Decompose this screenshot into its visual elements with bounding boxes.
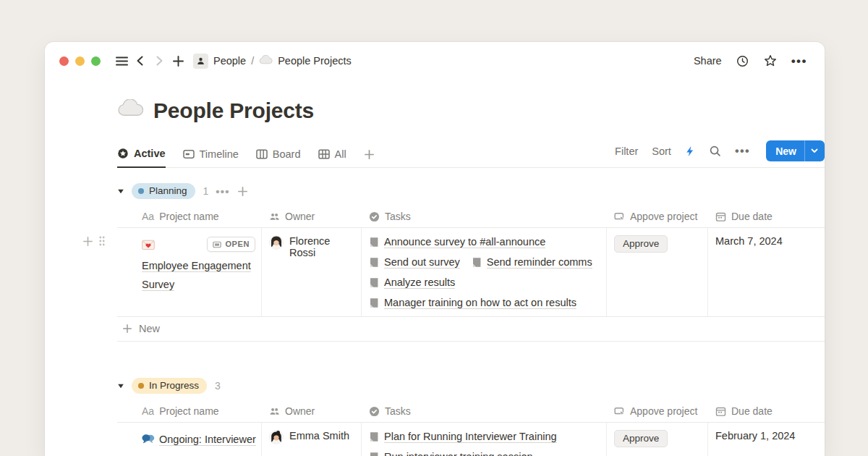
- column-header-approve-project[interactable]: Appove project: [607, 206, 708, 227]
- due-date-cell[interactable]: February 1, 2024: [708, 423, 825, 456]
- relation-check-icon: [369, 406, 380, 417]
- page-content: People Projects Active Timeline: [45, 98, 825, 456]
- group-add-icon[interactable]: [237, 186, 248, 197]
- app-window: People / People Projects Share ••• Peopl…: [45, 42, 825, 456]
- task-link[interactable]: Run interviewer training session: [369, 451, 533, 456]
- table-header-row: Aa Project name Owner Tasks: [117, 206, 825, 228]
- people-database-icon: [193, 54, 208, 69]
- approve-button[interactable]: Approve: [614, 430, 668, 447]
- avatar-florence-rossi: [269, 235, 284, 250]
- timeline-view-icon: [183, 148, 195, 160]
- more-options-icon[interactable]: •••: [791, 55, 807, 67]
- close-window-button[interactable]: [59, 56, 69, 66]
- active-view-icon: [117, 148, 129, 159]
- task-link[interactable]: Plan for Running Interviewer Training: [369, 431, 557, 443]
- collapse-group-icon[interactable]: [117, 382, 124, 389]
- tab-active[interactable]: Active: [117, 148, 166, 168]
- filter-button[interactable]: Filter: [615, 145, 638, 157]
- task-link[interactable]: Analyze results: [369, 276, 455, 289]
- new-dropdown-icon[interactable]: [804, 140, 825, 161]
- search-icon[interactable]: [709, 145, 721, 157]
- owner-cell[interactable]: Florence Rossi: [262, 228, 362, 316]
- calendar-icon: [715, 211, 726, 222]
- insert-row-icon[interactable]: [82, 236, 93, 247]
- group-count: 1: [203, 185, 209, 197]
- group-options-icon[interactable]: •••: [216, 186, 229, 197]
- drag-handle-icon[interactable]: [98, 235, 106, 247]
- text-property-icon: Aa: [142, 405, 154, 417]
- approve-cell: Approve: [607, 423, 708, 456]
- view-controls: Filter Sort ••• New: [615, 140, 825, 167]
- column-header-project-name[interactable]: Aa Project name: [117, 401, 262, 422]
- approve-button[interactable]: Approve: [614, 235, 668, 253]
- breadcrumb-item-people[interactable]: People: [213, 55, 246, 67]
- status-dot: [138, 383, 144, 389]
- person-property-icon: [269, 211, 280, 222]
- group-tag-in-progress[interactable]: In Progress: [132, 378, 207, 394]
- sort-button[interactable]: Sort: [652, 145, 671, 157]
- cloud-icon: [259, 55, 273, 67]
- table-view-icon: [318, 148, 330, 160]
- task-link[interactable]: Announce survey to #all-announce: [369, 236, 545, 248]
- project-name-cell[interactable]: OPEN Employee Engagement Survey: [117, 228, 262, 316]
- tasks-cell: Plan for Running Interviewer Training Ru…: [362, 423, 607, 456]
- task-link[interactable]: Manager training on how to act on result…: [369, 297, 576, 309]
- table-header-row: Aa Project name Owner Tasks: [117, 401, 825, 423]
- tab-timeline[interactable]: Timeline: [183, 148, 239, 167]
- owner-name[interactable]: Emma Smith: [289, 430, 349, 442]
- relation-check-icon: [369, 211, 380, 222]
- task-link[interactable]: Send reminder comms: [472, 256, 592, 269]
- tab-all[interactable]: All: [318, 148, 346, 167]
- owner-name[interactable]: Florence Rossi: [289, 235, 352, 258]
- project-name-cell[interactable]: Ongoing: Interviewer training: [117, 423, 262, 456]
- new-button[interactable]: New: [766, 140, 825, 161]
- view-bar: Active Timeline Board: [117, 140, 825, 168]
- due-date-cell[interactable]: March 7, 2024: [708, 228, 825, 316]
- forward-button[interactable]: [150, 51, 169, 70]
- table-row: OPEN Employee Engagement Survey Florence…: [117, 228, 825, 317]
- column-header-due-date[interactable]: Due date: [708, 206, 825, 227]
- group-count: 3: [215, 380, 221, 392]
- sidebar-menu-icon[interactable]: [112, 51, 131, 70]
- new-page-icon[interactable]: [169, 51, 187, 70]
- open-page-button[interactable]: OPEN: [207, 237, 255, 252]
- tab-board[interactable]: Board: [256, 148, 301, 167]
- window-topbar: People / People Projects Share •••: [45, 42, 825, 74]
- project-title[interactable]: Ongoing: Interviewer training: [142, 434, 256, 456]
- column-header-approve-project[interactable]: Appove project: [607, 401, 708, 422]
- column-header-owner[interactable]: Owner: [262, 401, 362, 422]
- column-header-tasks[interactable]: Tasks: [362, 401, 607, 422]
- tasks-cell: Announce survey to #all-announce Send ou…: [362, 228, 607, 316]
- column-header-tasks[interactable]: Tasks: [362, 206, 607, 227]
- group-planning: Planning 1 ••• Aa Project name Owner: [117, 180, 825, 342]
- text-property-icon: Aa: [142, 211, 154, 222]
- table-row: Ongoing: Interviewer training Emma Smith: [117, 423, 825, 456]
- automations-bolt-icon[interactable]: [685, 145, 695, 157]
- view-more-icon[interactable]: •••: [735, 145, 750, 157]
- column-header-project-name[interactable]: Aa Project name: [117, 206, 262, 227]
- row-gutter: [82, 235, 106, 247]
- button-property-icon: [614, 406, 625, 417]
- avatar-emma-smith: [269, 430, 284, 444]
- share-button[interactable]: Share: [694, 55, 722, 67]
- approve-cell: Approve: [607, 228, 708, 316]
- minimize-window-button[interactable]: [75, 56, 85, 66]
- history-icon[interactable]: [736, 54, 749, 68]
- column-header-due-date[interactable]: Due date: [708, 401, 825, 422]
- favorite-star-icon[interactable]: [763, 54, 778, 68]
- page-title: People Projects: [153, 98, 314, 123]
- group-tag-planning[interactable]: Planning: [132, 183, 195, 199]
- owner-cell[interactable]: Emma Smith: [262, 423, 362, 456]
- calendar-icon: [715, 406, 726, 417]
- collapse-group-icon[interactable]: [117, 187, 124, 195]
- breadcrumb-item-current[interactable]: People Projects: [278, 55, 352, 67]
- fullscreen-window-button[interactable]: [91, 56, 101, 66]
- task-link[interactable]: Send out survey: [369, 256, 460, 269]
- back-button[interactable]: [131, 51, 150, 70]
- add-view-icon[interactable]: [364, 149, 375, 167]
- love-letter-icon: [142, 237, 155, 256]
- status-dot: [138, 188, 144, 194]
- project-title[interactable]: Employee Engagement Survey: [142, 260, 251, 291]
- column-header-owner[interactable]: Owner: [262, 206, 362, 227]
- new-row-button[interactable]: New: [117, 317, 825, 342]
